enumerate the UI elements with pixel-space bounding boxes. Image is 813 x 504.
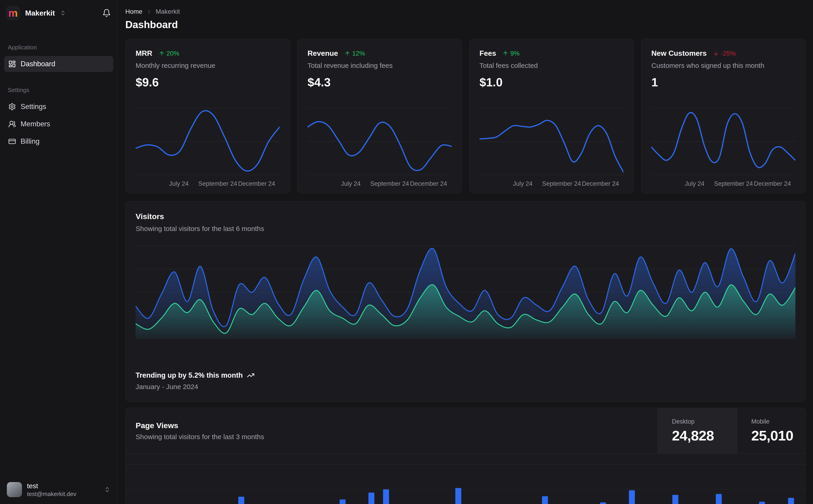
x-tick: December 24 — [410, 180, 447, 187]
user-name: test — [27, 482, 76, 490]
visitors-card: Visitors Showing total visitors for the … — [125, 201, 806, 402]
bar — [788, 498, 794, 504]
stat-cards-row: MRR 20% Monthly recurring revenue $9.6 J… — [125, 39, 806, 193]
arrow-up-icon — [344, 50, 350, 56]
x-tick: July 24 — [685, 180, 704, 187]
toggle-desktop[interactable]: Desktop 24,828 — [658, 408, 737, 454]
x-tick: December 24 — [582, 180, 619, 187]
stat-description: Customers who signed up this month — [651, 62, 795, 69]
x-tick: July 24 — [513, 180, 533, 187]
sparkline-x-axis: July 24 September 24 December 24 — [480, 177, 624, 189]
visitors-trend: Trending up by 5.2% this month — [136, 370, 795, 380]
stat-description: Total fees collected — [480, 62, 624, 69]
nav-section-application: Application — [8, 44, 113, 51]
x-tick: September 24 — [542, 180, 581, 187]
arrow-up-icon — [159, 50, 165, 56]
breadcrumb-home-link[interactable]: Home — [125, 7, 142, 16]
sidebar: m Makerkit Application Dashboard Setting… — [0, 0, 117, 504]
trend-badge: 9% — [502, 50, 519, 57]
x-tick: July 24 — [341, 180, 361, 187]
bar — [340, 499, 346, 504]
sidebar-item-billing[interactable]: Billing — [4, 133, 113, 149]
sidebar-item-label: Dashboard — [21, 60, 55, 68]
trend-badge: 12% — [344, 50, 365, 57]
bars-container — [137, 454, 794, 504]
user-menu[interactable]: test test@makerkit.dev — [0, 475, 117, 504]
page-views-subtitle: Showing total visitors for the last 3 mo… — [136, 432, 648, 441]
chevrons-up-down-icon — [60, 10, 66, 16]
stat-title: Revenue — [308, 49, 338, 58]
chevron-right-icon — [146, 9, 152, 15]
mrr-sparkline-chart — [136, 106, 280, 177]
stat-value: 1 — [651, 75, 795, 89]
arrow-up-icon — [502, 50, 508, 56]
trend-badge: -25% — [713, 50, 736, 57]
sparkline-x-axis: July 24 September 24 December 24 — [136, 177, 280, 189]
bar — [629, 490, 635, 504]
customers-sparkline-chart — [651, 106, 795, 177]
notifications-bell-icon[interactable] — [102, 9, 111, 17]
fees-sparkline-chart — [480, 106, 624, 177]
bar — [542, 496, 548, 504]
stat-card-revenue: Revenue 12% Total revenue including fees… — [297, 39, 462, 193]
visitors-area-chart[interactable] — [136, 242, 795, 345]
stat-title: Fees — [480, 49, 496, 58]
x-tick: July 24 — [169, 180, 189, 187]
user-avatar — [7, 482, 22, 497]
layout-dashboard-icon — [8, 60, 16, 68]
toggle-value: 24,828 — [672, 427, 737, 444]
stat-value: $4.3 — [308, 75, 452, 89]
bar — [600, 502, 606, 504]
sidebar-item-members[interactable]: Members — [4, 116, 113, 132]
gear-icon — [8, 103, 16, 111]
toggle-value: 25,010 — [751, 427, 805, 444]
sidebar-item-label: Billing — [21, 137, 40, 146]
visitors-title: Visitors — [136, 211, 795, 221]
page-views-header: Page Views Showing total visitors for th… — [125, 408, 805, 454]
sidebar-item-settings[interactable]: Settings — [4, 99, 113, 115]
page-title: Dashboard — [125, 19, 806, 31]
x-tick: December 24 — [238, 180, 275, 187]
brand-name: Makerkit — [25, 9, 55, 17]
stat-value: $9.6 — [136, 75, 280, 89]
sidebar-nav: Application Dashboard Settings Settings … — [0, 25, 117, 151]
bar — [716, 494, 722, 504]
x-tick: September 24 — [370, 180, 409, 187]
bar — [368, 493, 374, 504]
page-views-bar-chart[interactable] — [125, 454, 805, 504]
toggle-label: Mobile — [751, 418, 805, 425]
toggle-mobile[interactable]: Mobile 25,010 — [737, 408, 805, 454]
nav-section-settings: Settings — [8, 87, 113, 94]
breadcrumb: Home Makerkit — [125, 7, 806, 16]
x-tick: September 24 — [198, 180, 237, 187]
toggle-label: Desktop — [672, 418, 737, 425]
credit-card-icon — [8, 138, 16, 145]
users-icon — [8, 120, 16, 128]
chevrons-up-down-icon — [104, 486, 110, 493]
bar — [455, 488, 461, 504]
bar — [672, 495, 678, 504]
stat-title: New Customers — [651, 49, 707, 58]
x-tick: December 24 — [754, 180, 791, 187]
sparkline-x-axis: July 24 September 24 December 24 — [308, 177, 452, 189]
stat-title: MRR — [136, 49, 152, 58]
x-tick: September 24 — [714, 180, 753, 187]
arrow-down-icon — [713, 50, 719, 56]
page-views-card: Page Views Showing total visitors for th… — [125, 408, 806, 504]
main-content: Home Makerkit Dashboard MRR 20% — [117, 0, 813, 504]
stat-card-new-customers: New Customers -25% Customers who signed … — [641, 39, 806, 193]
user-email: test@makerkit.dev — [27, 490, 76, 498]
sidebar-item-label: Members — [21, 120, 50, 128]
visitors-subtitle: Showing total visitors for the last 6 mo… — [136, 224, 795, 233]
team-switcher[interactable]: m Makerkit — [0, 0, 117, 25]
revenue-sparkline-chart — [308, 106, 452, 177]
dashboard-page: m Makerkit Application Dashboard Setting… — [0, 0, 813, 504]
bar — [383, 489, 389, 504]
stat-card-fees: Fees 9% Total fees collected $1.0 July 2… — [469, 39, 634, 193]
sidebar-item-dashboard[interactable]: Dashboard — [4, 56, 113, 72]
trend-badge: 20% — [159, 50, 179, 57]
page-views-title: Page Views — [136, 420, 648, 430]
bar — [238, 497, 244, 504]
stat-card-mrr: MRR 20% Monthly recurring revenue $9.6 J… — [125, 39, 290, 193]
trending-up-icon — [247, 371, 255, 379]
